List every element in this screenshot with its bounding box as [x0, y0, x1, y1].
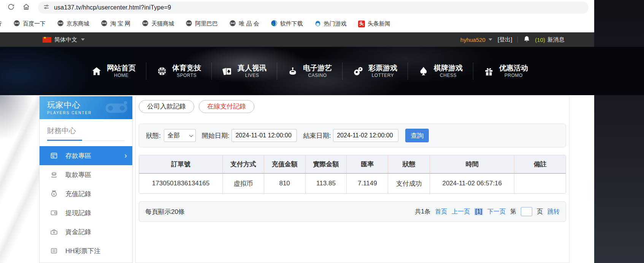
chevron-down-icon: [189, 133, 193, 137]
reload-button[interactable]: [5, 1, 17, 14]
logout-link[interactable]: [登出]: [498, 36, 512, 43]
content-panel: 公司入款記錄 在線支付記錄 狀態: 全部 開始日期: 結束日期: 查詢: [135, 96, 569, 263]
next-page-link[interactable]: 下一页: [487, 208, 506, 216]
bookmark-label: 淘 宝 网: [110, 20, 130, 27]
bookmark-label: 行: [0, 20, 2, 27]
bookmarks-bar: 行 百度一下 京东商城 淘 宝 网 天猫商城 阿里巴巴 唯 品 会 软件下载: [0, 15, 594, 32]
home-button[interactable]: [20, 1, 33, 14]
nav-item-home[interactable]: 网站首页HOME: [81, 64, 146, 78]
account-bar: ★ 简体中文 hyhua520 [登出] (10) 新消息: [0, 32, 594, 47]
bookmark-alibaba[interactable]: 阿里巴巴: [186, 20, 218, 28]
cell-recharge-amount: 810: [264, 174, 306, 193]
language-selector[interactable]: ★ 简体中文: [43, 36, 85, 43]
finance-section-title: 財務中心: [47, 126, 125, 140]
bookmark-tmall[interactable]: 天猫商城: [142, 20, 174, 28]
bookmark-label: 软件下载: [280, 20, 303, 27]
bookmark-label: 京东商城: [67, 20, 89, 27]
sidebar-item-withdraw[interactable]: 取款專區: [40, 165, 132, 184]
first-page-link[interactable]: 首页: [435, 208, 447, 216]
gift-icon: [483, 65, 495, 77]
nav-label-en: PROMO: [504, 73, 523, 78]
toutiao-icon: 头: [358, 21, 365, 27]
address-bar[interactable]: usa137.tv/hhcp/usercenter.html?iniType=9: [38, 2, 588, 14]
prev-page-link[interactable]: 上一页: [452, 208, 470, 216]
globe-icon: [142, 20, 149, 28]
bookmark-label: 热门游戏: [324, 20, 347, 27]
sidebar-item-hh-lottery-bets[interactable]: HH彩票下注: [40, 241, 132, 260]
jump-prefix: 第: [510, 208, 516, 216]
nav-item-lottery[interactable]: 彩票游戏LOTTERY: [342, 64, 408, 78]
start-date-input[interactable]: [232, 129, 297, 142]
nav-label-zh: 体育竞技: [172, 64, 201, 73]
messages-link[interactable]: 新消息: [547, 36, 565, 43]
tab-online-payment-records[interactable]: 在線支付記錄: [199, 100, 254, 113]
bookmark-label: 百度一下: [23, 20, 46, 27]
gamepad-icon: [103, 99, 130, 118]
nav-item-sports[interactable]: 体育竞技SPORTS: [146, 64, 211, 78]
wallet-icon: [50, 209, 58, 217]
globe-icon: [13, 20, 20, 28]
nav-item-chess[interactable]: 棋牌游戏CHESS: [408, 64, 473, 78]
nav-label-zh: 网站首页: [107, 64, 136, 73]
sidebar-item-label: 資金記錄: [65, 228, 91, 236]
chevron-down-icon[interactable]: [489, 38, 492, 41]
sidebar-item-recharge-record[interactable]: 充值記錄: [40, 184, 132, 203]
withdraw-hand-icon: [50, 171, 58, 179]
lottery-balls-icon: [352, 65, 364, 77]
cell-pay-method: 虚拟币: [223, 174, 264, 193]
status-select[interactable]: 全部: [164, 129, 196, 142]
sidebar-item-label: 提現記錄: [65, 209, 91, 217]
sidebar-item-withdrawal-record[interactable]: 提現記錄: [40, 203, 132, 222]
cell-order-no: 1730501836134165: [139, 174, 223, 193]
cell-rate: 7.1149: [347, 174, 388, 193]
jump-suffix: 页: [537, 208, 543, 216]
tab-company-deposit-records[interactable]: 公司入款記錄: [139, 100, 194, 113]
site-settings-icon[interactable]: [43, 4, 49, 11]
nav-label-en: SPORTS: [177, 73, 197, 78]
col-rate: 匯率: [347, 155, 388, 174]
table-header-row: 訂單號 支付方式 充值金額 實際金額 匯率 狀態 時間 備註: [139, 155, 566, 174]
sidebar-menu: 存款專區 › 取款專區 充值記錄 提現記錄 資金: [40, 146, 132, 260]
search-button[interactable]: 查詢: [405, 129, 429, 142]
bookmark-baidu[interactable]: 百度一下: [13, 20, 46, 28]
sidebar-item-label: 取款專區: [65, 171, 91, 179]
message-count: (10): [535, 37, 545, 43]
penguin-icon: [314, 20, 321, 28]
moneybag-icon: [50, 190, 58, 198]
nav-item-promo[interactable]: 优惠活动PROMO: [473, 64, 538, 78]
cell-remark: [514, 174, 566, 193]
nav-label-zh: 彩票游戏: [368, 64, 397, 73]
bookmark-clipped[interactable]: 行: [0, 20, 2, 27]
cell-actual-amount: 113.85: [306, 174, 347, 193]
bookmark-label: 头条新闻: [368, 20, 390, 27]
page-left-margin: [0, 95, 39, 263]
col-time: 時間: [430, 155, 514, 174]
sidebar-item-deposit[interactable]: 存款專區 ›: [40, 146, 132, 165]
nav-item-lives[interactable]: 真人视讯LIVES: [211, 64, 277, 78]
username-link[interactable]: hyhua520: [460, 37, 485, 43]
software-download-icon: [271, 20, 278, 28]
language-label: 简体中文: [54, 36, 77, 43]
nav-label-en: HOME: [114, 73, 128, 78]
sidebar-item-fund-record[interactable]: 資金記錄: [40, 222, 132, 241]
nav-item-casino[interactable]: 电子游艺CASINO: [277, 64, 342, 78]
bookmark-toutiao[interactable]: 头 头条新闻: [358, 20, 390, 27]
bookmark-taobao[interactable]: 淘 宝 网: [101, 20, 130, 28]
bookmark-jd[interactable]: 京东商城: [57, 20, 89, 28]
end-date-input[interactable]: [333, 129, 398, 142]
deposit-card-icon: [50, 152, 58, 159]
roulette-icon: [287, 65, 298, 77]
bookmark-hot-games[interactable]: 热门游戏: [314, 20, 347, 28]
chevron-right-icon: ›: [124, 151, 127, 160]
page-jump-input[interactable]: [521, 207, 532, 216]
cell-status: 支付成功: [388, 174, 430, 193]
nav-label-en: CASINO: [308, 73, 327, 78]
bell-icon[interactable]: [523, 35, 530, 44]
bookmark-software-download[interactable]: 软件下载: [271, 20, 303, 28]
section-underline: [47, 140, 125, 141]
jump-link[interactable]: 跳转: [547, 208, 560, 216]
finance-section: 財務中心: [40, 119, 132, 141]
table-row: 1730501836134165 虚拟币 810 113.85 7.1149 支…: [139, 174, 566, 193]
purse-icon: [50, 228, 58, 236]
bookmark-vip[interactable]: 唯 品 会: [229, 20, 259, 28]
